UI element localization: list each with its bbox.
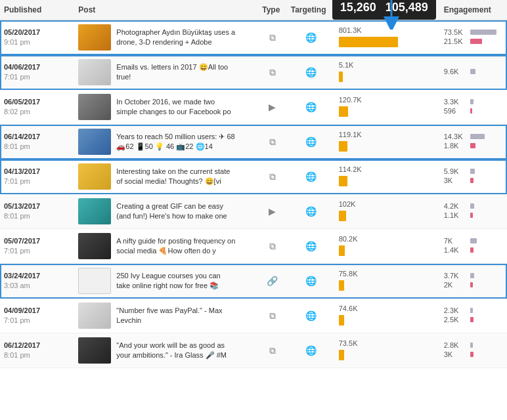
engagement-number-1: 3.7K	[444, 272, 468, 280]
engagement-row-1: 3.3K	[444, 98, 503, 106]
type-cell: ▶	[258, 90, 286, 125]
type-cell: ⧉	[258, 229, 286, 264]
post-thumbnail	[78, 24, 111, 51]
engagement-bar-2	[470, 213, 473, 218]
engagement-bar-2	[470, 108, 472, 114]
col-post[interactable]: Post	[74, 0, 258, 20]
post-thumbnail	[78, 233, 111, 259]
engagement-cell: 2.8K 3K	[440, 333, 507, 368]
table-row: 04/09/2017 7:01 pm "Number five was PayP…	[0, 299, 507, 333]
published-date: 05/13/2017	[4, 201, 63, 211]
reach-number: 102K	[339, 200, 436, 208]
table-row: 06/14/2017 8:01 pm Years to reach 50 mil…	[0, 125, 507, 159]
targeting-cell: 🌐	[287, 55, 335, 90]
type-icon: ⧉	[269, 241, 276, 251]
engagement-number-1: 73.5K	[444, 28, 468, 36]
reach-number: 80.2K	[339, 235, 436, 243]
targeting-cell: 🌐	[287, 90, 335, 125]
engagement-number-1: 9.6K	[444, 68, 468, 75]
published-cell: 05/07/2017 7:01 pm	[0, 229, 74, 264]
published-date: 06/14/2017	[4, 132, 63, 142]
published-time: 8:01 pm	[4, 142, 63, 152]
targeting-cell: 🌐	[287, 333, 335, 368]
table-row: 04/13/2017 7:01 pm Interesting take on t…	[0, 159, 507, 194]
engagement-bar-1	[470, 238, 477, 243]
engagement-bar-1	[470, 30, 496, 35]
engagement-row-1: 5.9K	[444, 167, 503, 175]
globe-icon: 🌐	[305, 102, 317, 112]
targeting-cell: 🌐	[287, 20, 335, 55]
published-cell: 04/09/2017 7:01 pm	[0, 299, 74, 333]
engagement-number-2: 2.5K	[444, 316, 468, 324]
engagement-bar-2	[470, 178, 474, 183]
reach-number: 73.5K	[339, 339, 436, 347]
engagement-row-2: 3K	[444, 350, 503, 358]
engagement-bar-1	[470, 169, 475, 174]
targeting-cell: 🌐	[287, 194, 335, 229]
engagement-row-1: 3.7K	[444, 272, 503, 280]
engagement-bar-1	[470, 343, 473, 348]
col-targeting[interactable]: Targeting	[287, 0, 335, 20]
post-text: "And your work will be as good as your a…	[116, 341, 236, 361]
engagement-bar-2	[470, 282, 473, 287]
targeting-cell: 🌐	[287, 159, 335, 194]
reach-bar	[339, 106, 348, 117]
engagement-row-1: 4.2K	[444, 202, 503, 210]
published-cell: 06/12/2017 8:01 pm	[0, 333, 74, 368]
reach-bar	[339, 72, 343, 82]
engagement-cell: 5.9K 3K	[440, 159, 507, 194]
published-date: 05/07/2017	[4, 236, 63, 246]
reach-bar	[339, 280, 344, 291]
reach-number: 5.1K	[339, 61, 436, 69]
published-cell: 06/05/2017 8:02 pm	[0, 90, 74, 125]
post-thumbnail	[78, 129, 111, 155]
globe-icon: 🌐	[305, 32, 317, 43]
post-thumbnail	[78, 198, 111, 224]
post-text: 250 Ivy League courses you can take onli…	[116, 271, 236, 291]
published-time: 7:01 pm	[4, 246, 63, 256]
type-icon: ⧉	[269, 310, 276, 321]
reach-bar	[339, 245, 345, 256]
published-time: 7:01 pm	[4, 72, 63, 82]
engagement-bar-1	[470, 273, 474, 278]
engagement-cell: 4.2K 1.1K	[440, 194, 507, 229]
engagement-number-2: 596	[444, 107, 468, 115]
reach-number: 120.7K	[339, 96, 436, 104]
published-cell: 03/24/2017 3:03 am	[0, 264, 74, 299]
col-engagement[interactable]: Engagement	[440, 0, 507, 20]
reach-bar	[339, 350, 344, 360]
engagement-number-1: 5.9K	[444, 167, 468, 175]
reach-cell: 80.2K	[335, 229, 440, 264]
table-row: 06/12/2017 8:01 pm "And your work will b…	[0, 333, 507, 368]
engagement-row-2: 1.8K	[444, 142, 503, 150]
post-text: "Number five was PayPal." - Max Levchin	[116, 306, 236, 326]
engagement-number-2: 1.4K	[444, 246, 468, 254]
engagement-row-1: 73.5K	[444, 28, 503, 36]
targeting-cell: 🌐	[287, 299, 335, 333]
post-text: A nifty guide for posting frequency on s…	[116, 236, 236, 257]
reach-bar	[339, 37, 398, 47]
published-cell: 04/13/2017 7:01 pm	[0, 159, 74, 194]
engagement-number-1: 4.2K	[444, 202, 468, 210]
engagement-row-2: 1.4K	[444, 246, 503, 254]
col-type[interactable]: Type	[258, 0, 286, 20]
post-cell: Years to reach 50 million users: ✈ 68 🚗6…	[74, 125, 258, 159]
post-cell: 250 Ivy League courses you can take onli…	[74, 264, 258, 299]
col-published[interactable]: Published	[0, 0, 74, 20]
published-cell: 05/13/2017 8:01 pm	[0, 194, 74, 229]
engagement-row-2: 1.1K	[444, 211, 503, 219]
post-cell: "Number five was PayPal." - Max Levchin	[74, 299, 258, 333]
globe-icon: 🌐	[305, 67, 317, 77]
engagement-cell: 14.3K 1.8K	[440, 125, 507, 159]
type-icon: ⧉	[269, 32, 276, 43]
globe-icon: 🌐	[305, 241, 317, 251]
table-row: 06/05/2017 8:02 pm In October 2016, we m…	[0, 90, 507, 125]
blue-arrow-icon	[378, 0, 411, 30]
reach-number: 114.2K	[339, 165, 436, 173]
type-icon: ⧉	[269, 345, 276, 356]
targeting-cell: 🌐	[287, 125, 335, 159]
engagement-row-2: 2.5K	[444, 316, 503, 324]
table-row: 05/20/2017 9:01 pm Photographer Aydın Bü…	[0, 20, 507, 55]
type-icon: ▶	[269, 206, 276, 217]
fans-value: 15,260	[340, 1, 376, 14]
